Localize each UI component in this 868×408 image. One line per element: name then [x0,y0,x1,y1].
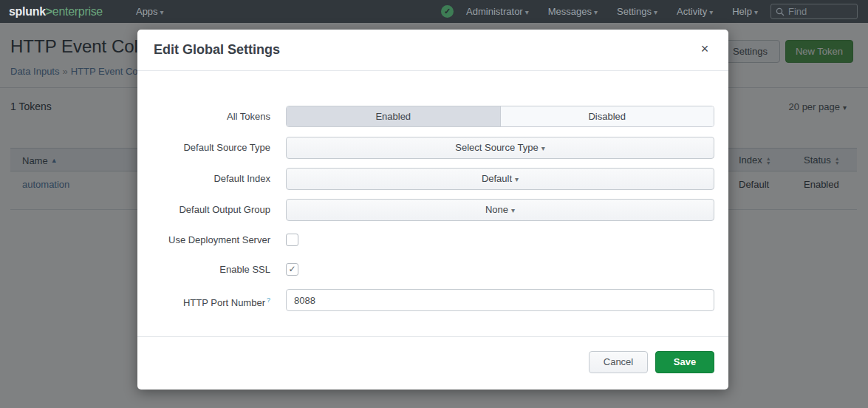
output-group-dropdown[interactable]: None▾ [286,199,714,221]
splunk-logo[interactable]: splunk>enterprise [9,5,103,18]
source-type-dropdown[interactable]: Select Source Type▾ [286,137,714,159]
chevron-down-icon: ▾ [709,8,713,16]
all-tokens-disabled-option[interactable]: Disabled [500,106,714,126]
chevron-down-icon: ▾ [754,8,758,16]
chevron-down-icon: ▾ [541,144,545,152]
administrator-menu[interactable]: Administrator▾ [457,6,539,17]
http-port-input[interactable] [286,289,714,311]
close-icon[interactable]: × [697,41,712,56]
default-index-dropdown[interactable]: Default▾ [286,168,714,190]
health-check-icon[interactable]: ✓ [441,5,454,18]
chevron-down-icon: ▾ [525,8,529,16]
http-port-label: HTTP Port Number? [137,289,270,314]
default-output-group-label: Default Output Group [137,199,270,221]
toggle-group: Enabled Disabled [286,106,714,127]
edit-global-settings-modal: Edit Global Settings × All Tokens Enable… [137,30,728,390]
all-tokens-enabled-option[interactable]: Enabled [287,106,500,126]
search-icon [776,7,785,16]
help-tooltip-icon[interactable]: ? [267,296,270,304]
modal-title: Edit Global Settings [154,42,280,58]
screen: splunk>enterprise Apps▾ ✓ Administrator▾… [0,0,868,408]
help-menu[interactable]: Help▾ [722,6,768,17]
chevron-down-icon: ▾ [515,175,519,183]
use-deployment-server-label: Use Deployment Server [137,234,270,246]
cancel-button[interactable]: Cancel [589,351,648,373]
logo-splunk-text: splunk [9,5,46,18]
enable-ssl-checkbox[interactable]: ✓ [286,263,298,276]
chevron-down-icon: ▾ [511,206,515,214]
default-source-type-label: Default Source Type [137,137,270,159]
save-button[interactable]: Save [655,351,714,373]
activity-menu[interactable]: Activity▾ [667,6,722,17]
messages-menu[interactable]: Messages▾ [539,6,607,17]
logo-product-text: enterprise [52,5,103,18]
modal-footer: Cancel Save [137,336,728,390]
find-search-box[interactable] [770,4,858,19]
search-input[interactable] [788,6,847,17]
all-tokens-toggle: Enabled Disabled [286,106,714,127]
logo-gt-text: > [46,5,52,18]
chevron-down-icon: ▾ [160,8,164,16]
chevron-down-icon: ▾ [654,8,657,16]
modal-header: Edit Global Settings × [137,30,728,71]
top-navbar: splunk>enterprise Apps▾ ✓ Administrator▾… [0,0,868,23]
enable-ssl-label: Enable SSL [137,263,270,276]
apps-menu[interactable]: Apps▾ [126,6,174,17]
use-deployment-server-checkbox[interactable] [286,234,298,246]
chevron-down-icon: ▾ [594,8,598,16]
navbar-right: ✓ Administrator▾ Messages▾ Settings▾ Act… [441,4,868,19]
all-tokens-label: All Tokens [137,106,270,127]
settings-menu[interactable]: Settings▾ [607,6,667,17]
default-index-label: Default Index [137,168,270,190]
